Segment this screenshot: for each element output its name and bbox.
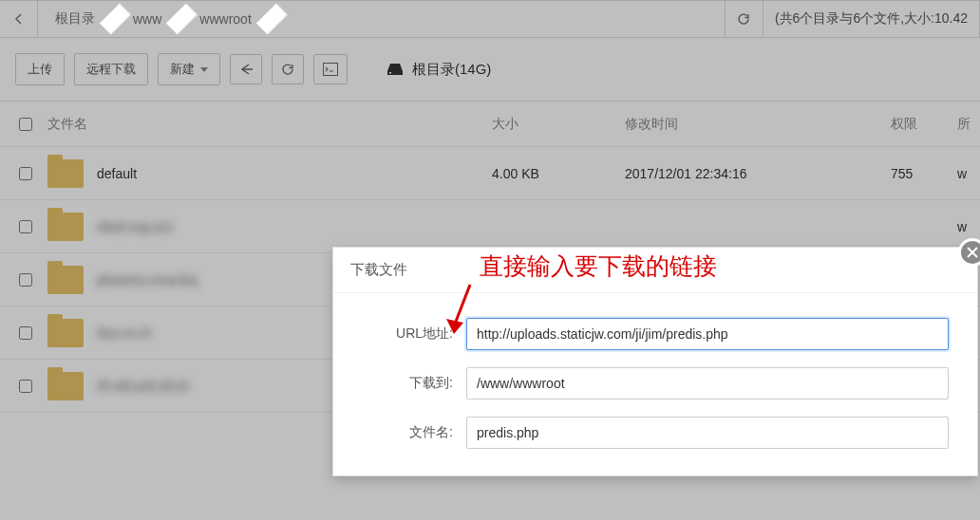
row-checkbox[interactable]	[19, 167, 32, 180]
svg-line-2	[454, 285, 470, 326]
col-mtime[interactable]: 修改时间	[625, 116, 891, 133]
svg-rect-1	[389, 72, 391, 74]
back-button[interactable]	[0, 1, 38, 37]
file-mtime: 2017/12/01 22:34:16	[625, 166, 891, 181]
table-header: 文件名 大小 修改时间 权限 所	[0, 102, 980, 147]
col-owner[interactable]: 所	[957, 116, 971, 133]
crumb-root[interactable]: 根目录	[38, 1, 116, 37]
file-name[interactable]: xfwd.xvg.xzn	[97, 219, 173, 234]
row-checkbox[interactable]	[19, 220, 32, 233]
nav-back-button[interactable]	[230, 54, 262, 84]
col-perm[interactable]: 权限	[891, 116, 957, 133]
dest-label: 下载到:	[333, 375, 466, 392]
remote-download-button[interactable]: 远程下载	[74, 53, 148, 85]
url-input[interactable]	[466, 318, 949, 350]
svg-marker-3	[446, 319, 463, 334]
close-icon[interactable]	[958, 238, 980, 267]
annotation-arrow-icon	[437, 277, 484, 344]
filename-input[interactable]	[466, 417, 949, 449]
stats-text: (共6个目录与6个文件,大小:10.42	[763, 1, 979, 37]
row-checkbox[interactable]	[19, 273, 32, 287]
breadcrumb-bar: 根目录 www wwwroot (共6个目录与6个文件,大小:10.42	[0, 0, 980, 38]
folder-icon	[47, 372, 84, 400]
folder-icon	[47, 266, 84, 294]
disk-icon	[386, 62, 405, 77]
file-perm: 755	[891, 166, 957, 181]
file-owner: w	[957, 219, 971, 234]
terminal-button[interactable]	[313, 54, 348, 84]
folder-icon	[47, 319, 84, 347]
chevron-down-icon	[200, 67, 208, 72]
file-name[interactable]: rfl mlf.ocft.slf.ch	[97, 379, 189, 394]
file-name[interactable]: phxwms.mxw.fsq	[97, 272, 198, 288]
crumb-wwwroot[interactable]: wwwroot	[182, 1, 272, 37]
select-all-checkbox[interactable]	[19, 118, 32, 131]
toolbar-refresh-button[interactable]	[272, 54, 304, 84]
upload-button[interactable]: 上传	[15, 53, 65, 85]
table-row[interactable]: xfwd.xvg.xzn w	[0, 200, 980, 253]
new-button[interactable]: 新建	[158, 53, 220, 85]
file-name[interactable]: 9ox.vn.rh	[97, 325, 152, 341]
table-row[interactable]: default 4.00 KB 2017/12/01 22:34:16 755 …	[0, 147, 980, 200]
refresh-button[interactable]	[725, 1, 763, 37]
breadcrumb: 根目录 www wwwroot	[38, 1, 725, 37]
file-owner: w	[957, 166, 971, 181]
folder-icon	[47, 159, 84, 188]
svg-rect-0	[324, 64, 338, 76]
col-size[interactable]: 大小	[492, 116, 625, 133]
dest-input[interactable]	[466, 367, 949, 399]
toolbar: 上传 远程下载 新建 根目录(14G)	[0, 38, 980, 101]
file-size: 4.00 KB	[492, 166, 625, 181]
file-name[interactable]: default	[97, 166, 137, 181]
annotation-text: 直接输入要下载的链接	[480, 251, 717, 282]
col-name[interactable]: 文件名	[42, 116, 492, 133]
disk-info: 根目录(14G)	[386, 61, 491, 79]
filename-label: 文件名:	[333, 424, 466, 441]
row-checkbox[interactable]	[19, 380, 32, 393]
row-checkbox[interactable]	[19, 326, 32, 340]
folder-icon	[47, 213, 84, 241]
